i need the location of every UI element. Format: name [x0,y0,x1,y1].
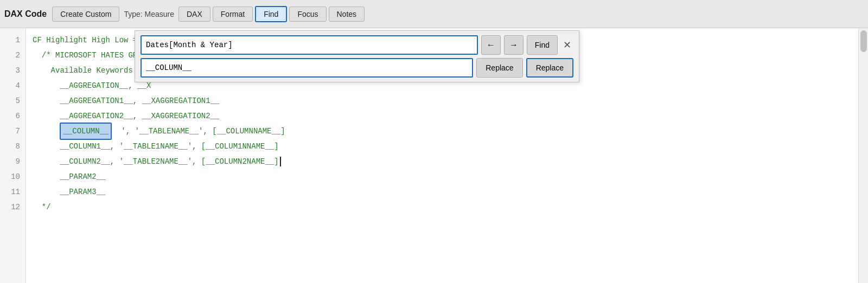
line-num-8: 8 [0,139,25,154]
code-text-1: CF Highlight High Low = [33,33,137,48]
line-num-12: 12 [0,200,25,215]
toolbar: DAX Code Create Custom Type: Measure DAX… [0,0,868,28]
main-editor: 1 2 3 4 5 6 7 8 9 10 11 12 ← → Find ✕ [0,28,868,283]
replace-button-1[interactable]: Replace [476,58,522,78]
find-replace-panel: ← → Find ✕ Replace Replace [135,30,579,82]
scrollbar-thumb[interactable] [860,30,867,52]
replace-button-2[interactable]: Replace [526,58,573,78]
line-num-4: 4 [0,78,25,93]
code-text-10: __PARAM2__ [33,169,105,184]
text-cursor [280,157,281,166]
line-num-7: 7 [0,124,25,139]
code-line-7: __COLUMN__ ', '__TABLENAME__', [__COLUMN… [33,124,858,139]
create-custom-button[interactable]: Create Custom [52,7,119,22]
format-button[interactable]: Format [213,7,253,22]
type-label: Type: Measure [124,10,174,18]
scrollbar[interactable] [858,28,868,283]
line-num-11: 11 [0,184,25,200]
code-line-10: __PARAM2__ [33,169,858,184]
code-highlight-column: __COLUMN__ [60,123,112,140]
line-numbers: 1 2 3 4 5 6 7 8 9 10 11 12 [0,28,26,283]
code-text-7-indent [33,124,60,139]
code-line-5: __AGGREGATION1__, __XAGGREGATION1__ [33,93,858,108]
find-row: ← → Find ✕ [141,35,573,55]
focus-button[interactable]: Focus [289,7,326,22]
code-editor: 1 2 3 4 5 6 7 8 9 10 11 12 ← → Find ✕ [0,28,868,283]
code-line-11: __PARAM3__ [33,184,858,200]
replace-row: Replace Replace [141,58,573,78]
code-text-7-rest: ', '__TABLENAME__', [__COLUMNNAME__] [112,124,285,139]
code-text-11: __PARAM3__ [33,184,105,200]
code-text-6: __AGGREGATION2__, __XAGGREGATION2__ [33,108,219,124]
next-match-button[interactable]: → [504,35,524,55]
line-num-3: 3 [0,63,25,78]
app-title: DAX Code [4,9,47,19]
line-num-10: 10 [0,169,25,184]
code-text-8: __COLUMN1__, '__TABLE1NAME__', [__COLUM1… [33,139,279,154]
find-execute-button[interactable]: Find [527,35,558,55]
close-find-button[interactable]: ✕ [561,40,573,50]
code-line-9: __COLUMN2__, '__TABLE2NAME__', [__COLUMN… [33,154,858,169]
find-button[interactable]: Find [255,6,287,22]
code-text-3: Available Keywords [33,63,133,78]
dax-button[interactable]: DAX [178,7,210,22]
prev-match-button[interactable]: ← [481,35,501,55]
code-text-12: */ [33,200,51,215]
code-text-5: __AGGREGATION1__, __XAGGREGATION1__ [33,93,219,108]
code-content[interactable]: ← → Find ✕ Replace Replace CF Highlight … [26,28,858,283]
replace-input[interactable] [141,58,473,78]
line-num-6: 6 [0,108,25,124]
notes-button[interactable]: Notes [329,7,365,22]
code-line-8: __COLUMN1__, '__TABLE1NAME__', [__COLUM1… [33,139,858,154]
code-line-6: __AGGREGATION2__, __XAGGREGATION2__ [33,108,858,124]
line-num-1: 1 [0,33,25,48]
line-num-5: 5 [0,93,25,108]
code-line-12: */ [33,200,858,215]
code-text-4: __AGGREGATION__, __X [33,78,151,93]
line-num-9: 9 [0,154,25,169]
code-text-2: /* MICROSOFT HATES GREG [33,48,146,63]
code-text-9: __COLUMN2__, '__TABLE2NAME__', [__COLUMN… [33,154,279,169]
find-input[interactable] [141,35,478,55]
line-num-2: 2 [0,48,25,63]
